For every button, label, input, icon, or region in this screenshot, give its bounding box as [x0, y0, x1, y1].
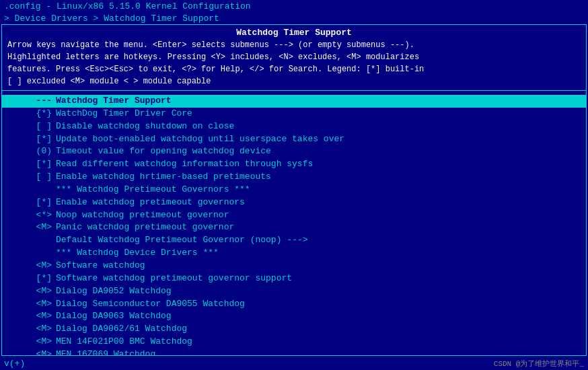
menu-prefix-17: <M>: [7, 310, 56, 323]
menu-label-8: Enable watchdog pretimeout governors: [56, 196, 245, 209]
menu-label-10: Panic watchdog pretimeout governor: [56, 221, 234, 234]
menu-prefix-0: ---: [7, 95, 56, 108]
menu-label-11: Default Watchdog Pretimeout Governor (no…: [56, 234, 307, 247]
menu-label-15: Dialog DA9052 Watchdog: [56, 285, 172, 298]
help-line-3: features. Press <Esc><Esc> to exit, <?> …: [7, 63, 581, 75]
menu-item-4[interactable]: (0) Timeout value for opening watchdog d…: [2, 145, 586, 158]
menu-prefix-19: <M>: [7, 336, 56, 348]
menu-prefix-1: {*}: [7, 108, 56, 120]
menu-label-18: Dialog DA9062/61 Watchdog: [56, 323, 187, 336]
menu-label-13: Software watchdog: [56, 260, 145, 272]
menu-item-15[interactable]: <M> Dialog DA9052 Watchdog: [2, 285, 586, 298]
menu-item-5[interactable]: [*] Read different watchdog information …: [2, 158, 586, 171]
menu-area[interactable]: --- Watchdog Timer Support{*} WatchDog T…: [2, 92, 586, 355]
menu-label-20: MEN 16Z069 Watchdog: [56, 348, 155, 355]
menu-prefix-20: <M>: [7, 348, 56, 355]
breadcrumb-text: > Device Drivers > Watchdog Timer Suppor…: [4, 13, 219, 24]
menu-label-14: Software watchdog pretimeout governor su…: [56, 272, 292, 285]
menu-prefix-6: [ ]: [7, 171, 56, 184]
menu-prefix-18: <M>: [7, 323, 56, 336]
menu-item-2[interactable]: [ ] Disable watchdog shutdown on close: [2, 120, 586, 133]
menu-item-1[interactable]: {*} WatchDog Timer Driver Core: [2, 108, 586, 120]
menu-label-16: Dialog Semiconductor DA9055 Watchdog: [56, 298, 245, 311]
menu-prefix-2: [ ]: [7, 120, 56, 133]
menu-item-14[interactable]: [*] Software watchdog pretimeout governo…: [2, 272, 586, 285]
menu-label-1: WatchDog Timer Driver Core: [56, 108, 192, 120]
menu-item-18[interactable]: <M> Dialog DA9062/61 Watchdog: [2, 323, 586, 336]
menu-item-11[interactable]: Default Watchdog Pretimeout Governor (no…: [2, 234, 586, 247]
title-bar: .config - Linux/x86 5.15.0 Kernel Config…: [0, 0, 588, 13]
help-line-4: [ ] excluded <M> module < > module capab…: [7, 75, 581, 87]
menu-label-2: Disable watchdog shutdown on close: [56, 120, 234, 133]
kernel-config-window: .config - Linux/x86 5.15.0 Kernel Config…: [0, 0, 588, 370]
section-title: Watchdog Timer Support: [2, 25, 586, 39]
menu-prefix-12: [7, 247, 56, 260]
menu-prefix-3: [*]: [7, 133, 56, 146]
menu-prefix-7: [7, 184, 56, 196]
menu-label-4: Timeout value for opening watchdog devic…: [56, 145, 271, 158]
bottom-bar: v(+) CSDN @为了维护世界和平_: [0, 357, 588, 370]
title-text: .config - Linux/x86 5.15.0 Kernel Config…: [4, 1, 251, 11]
menu-prefix-9: <*>: [7, 209, 56, 222]
menu-label-17: Dialog DA9063 Watchdog: [56, 310, 172, 323]
menu-prefix-8: [*]: [7, 196, 56, 209]
menu-item-13[interactable]: <M> Software watchdog: [2, 260, 586, 272]
menu-prefix-13: <M>: [7, 260, 56, 272]
menu-item-19[interactable]: <M> MEN 14F021P00 BMC Watchdog: [2, 336, 586, 348]
menu-item-17[interactable]: <M> Dialog DA9063 Watchdog: [2, 310, 586, 323]
main-area: Watchdog Timer Support Arrow keys naviga…: [1, 24, 587, 356]
menu-item-0[interactable]: --- Watchdog Timer Support: [2, 95, 586, 108]
menu-item-16[interactable]: <M> Dialog Semiconductor DA9055 Watchdog: [2, 298, 586, 311]
menu-prefix-16: <M>: [7, 298, 56, 311]
menu-item-9[interactable]: <*> Noop watchdog pretimeout governor: [2, 209, 586, 222]
menu-prefix-11: [7, 234, 56, 247]
menu-item-3[interactable]: [*] Update boot-enabled watchdog until u…: [2, 133, 586, 146]
watermark: CSDN @为了维护世界和平_: [494, 359, 584, 369]
menu-item-10[interactable]: <M> Panic watchdog pretimeout governor: [2, 221, 586, 234]
menu-label-7: *** Watchdog Pretimeout Governors ***: [56, 184, 250, 196]
menu-label-0: Watchdog Timer Support: [56, 95, 172, 108]
menu-prefix-15: <M>: [7, 285, 56, 298]
help-line-2: Highlighted letters are hotkeys. Pressin…: [7, 51, 581, 63]
menu-label-12: *** Watchdog Device Drivers ***: [56, 247, 219, 260]
menu-item-20[interactable]: <M> MEN 16Z069 Watchdog: [2, 348, 586, 355]
help-line-1: Arrow keys navigate the menu. <Enter> se…: [7, 39, 581, 51]
breadcrumb: > Device Drivers > Watchdog Timer Suppor…: [0, 13, 588, 24]
version-text: v(+): [4, 359, 25, 369]
menu-prefix-4: (0): [7, 145, 56, 158]
menu-label-19: MEN 14F021P00 BMC Watchdog: [56, 336, 192, 348]
menu-item-7[interactable]: *** Watchdog Pretimeout Governors ***: [2, 184, 586, 196]
menu-label-6: Enable watchdog hrtimer-based pretimeout…: [56, 171, 271, 184]
menu-prefix-10: <M>: [7, 221, 56, 234]
menu-item-8[interactable]: [*] Enable watchdog pretimeout governors: [2, 196, 586, 209]
menu-label-3: Update boot-enabled watchdog until users…: [56, 133, 344, 146]
help-text: Arrow keys navigate the menu. <Enter> se…: [2, 39, 586, 91]
menu-prefix-14: [*]: [7, 272, 56, 285]
menu-item-6[interactable]: [ ] Enable watchdog hrtimer-based pretim…: [2, 171, 586, 184]
menu-item-12[interactable]: *** Watchdog Device Drivers ***: [2, 247, 586, 260]
menu-label-9: Noop watchdog pretimeout governor: [56, 209, 229, 222]
menu-prefix-5: [*]: [7, 158, 56, 171]
menu-label-5: Read different watchdog information thro…: [56, 158, 313, 171]
